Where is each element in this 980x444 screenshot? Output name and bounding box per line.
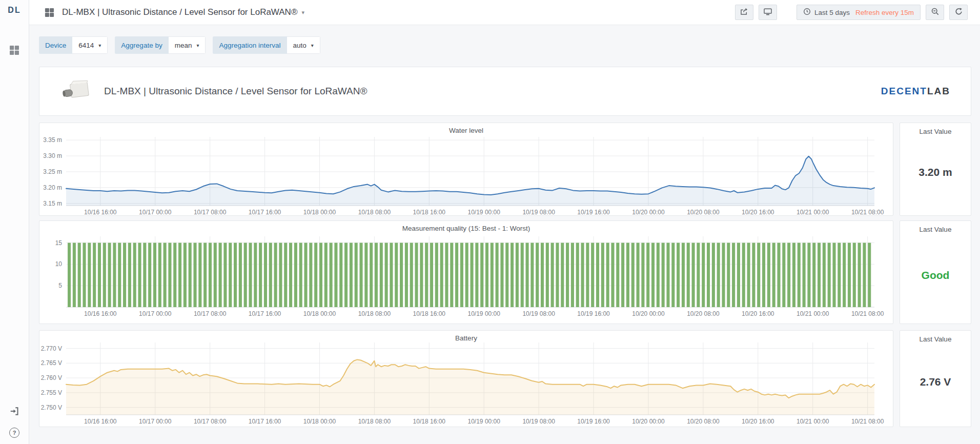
svg-text:10/19 16:00: 10/19 16:00 — [577, 209, 610, 215]
svg-text:10/16 16:00: 10/16 16:00 — [84, 310, 117, 317]
dashboards-grid-icon[interactable] — [9, 45, 20, 56]
sensor-photo — [62, 78, 92, 105]
svg-text:10/21 08:00: 10/21 08:00 — [851, 209, 884, 215]
svg-text:10/19 00:00: 10/19 00:00 — [468, 209, 501, 215]
sidebar: DL ? — [0, 0, 29, 444]
share-button[interactable] — [735, 5, 753, 20]
tv-mode-button[interactable] — [759, 5, 777, 20]
svg-text:10/20 08:00: 10/20 08:00 — [687, 418, 720, 425]
svg-text:10/18 00:00: 10/18 00:00 — [303, 418, 336, 425]
svg-text:10/19 08:00: 10/19 08:00 — [522, 418, 555, 425]
water-level-row: Water level 10/16 16:0010/17 00:0010/17 … — [39, 123, 971, 216]
zoom-out-button[interactable] — [926, 5, 944, 20]
svg-text:10/18 16:00: 10/18 16:00 — [413, 310, 446, 317]
svg-text:10/16 16:00: 10/16 16:00 — [84, 418, 117, 425]
svg-text:3.20 m: 3.20 m — [43, 184, 62, 191]
svg-text:2.755 V: 2.755 V — [41, 389, 62, 396]
quality-chart[interactable]: 10/16 16:0010/17 00:0010/17 08:0010/17 1… — [39, 221, 893, 324]
battery-stat-panel: Last Value 2.76 V — [900, 330, 971, 427]
svg-text:10/17 16:00: 10/17 16:00 — [249, 209, 281, 215]
apps-grid-icon[interactable] — [44, 7, 55, 18]
time-range-button[interactable]: Last 5 days Refresh every 15m — [797, 5, 921, 20]
water-level-panel-title[interactable]: Water level — [39, 127, 893, 134]
dashboard-title[interactable]: DL-MBX | Ultrasonic Distance / Level Sen… — [62, 7, 297, 17]
svg-text:2.750 V: 2.750 V — [41, 404, 62, 411]
device-filter-value[interactable]: 6414 ▾ — [72, 36, 108, 54]
dashboard-variables: Device 6414 ▾ Aggregate by mean ▾ Aggreg… — [39, 36, 320, 54]
refresh-icon — [954, 7, 963, 17]
svg-text:10/17 08:00: 10/17 08:00 — [194, 418, 227, 425]
water-level-chart[interactable]: 10/16 16:0010/17 00:0010/17 08:0010/17 1… — [39, 123, 893, 215]
aggregate-by-filter-value[interactable]: mean ▾ — [169, 36, 206, 54]
quality-stat-panel: Last Value Good — [900, 220, 971, 324]
svg-text:10/18 00:00: 10/18 00:00 — [303, 209, 336, 215]
svg-text:10/20 16:00: 10/20 16:00 — [742, 310, 774, 317]
svg-text:10: 10 — [55, 260, 63, 268]
svg-text:10/20 00:00: 10/20 00:00 — [632, 209, 665, 215]
svg-text:10/20 16:00: 10/20 16:00 — [742, 418, 774, 425]
svg-text:10/20 00:00: 10/20 00:00 — [632, 418, 665, 425]
svg-text:10/18 16:00: 10/18 16:00 — [413, 418, 446, 425]
aggregation-interval-filter-value[interactable]: auto ▾ — [287, 36, 320, 54]
top-navbar: DL-MBX | Ultrasonic Distance / Level Sen… — [29, 0, 980, 25]
aggregation-interval-filter-label: Aggregation interval — [213, 36, 287, 54]
svg-text:10/21 08:00: 10/21 08:00 — [851, 418, 884, 425]
svg-text:10/21 00:00: 10/21 00:00 — [797, 418, 829, 425]
svg-text:10/19 08:00: 10/19 08:00 — [522, 310, 555, 317]
svg-text:3.25 m: 3.25 m — [43, 168, 62, 175]
water-level-stat-panel: Last Value 3.20 m — [900, 123, 971, 216]
svg-text:2.765 V: 2.765 V — [41, 359, 62, 367]
refresh-button[interactable] — [949, 5, 968, 20]
svg-text:10/17 08:00: 10/17 08:00 — [194, 310, 227, 317]
dashboard-content: DL-MBX | Ultrasonic Distance / Level Sen… — [39, 67, 971, 427]
device-banner-title: DL-MBX | Ultrasonic Distance / Level Sen… — [104, 86, 367, 97]
refresh-interval-label: Refresh every 15m — [855, 9, 914, 16]
svg-text:10/19 16:00: 10/19 16:00 — [577, 310, 610, 317]
battery-panel-title[interactable]: Battery — [39, 334, 893, 342]
svg-text:10/18 00:00: 10/18 00:00 — [303, 310, 336, 317]
zoom-out-icon — [931, 7, 940, 17]
svg-text:10/18 08:00: 10/18 08:00 — [358, 209, 391, 215]
svg-text:10/18 08:00: 10/18 08:00 — [358, 418, 391, 425]
svg-text:15: 15 — [55, 239, 63, 247]
device-banner-panel: DL-MBX | Ultrasonic Distance / Level Sen… — [39, 67, 971, 116]
svg-text:10/17 00:00: 10/17 00:00 — [139, 209, 172, 215]
device-filter-label: Device — [39, 36, 72, 54]
svg-text:3.35 m: 3.35 m — [43, 136, 62, 144]
share-icon — [740, 7, 748, 17]
quality-last-value: Good — [900, 233, 971, 324]
svg-text:10/16 16:00: 10/16 16:00 — [84, 209, 117, 215]
svg-text:10/17 08:00: 10/17 08:00 — [194, 209, 227, 215]
device-filter: Device 6414 ▾ — [39, 36, 108, 54]
svg-text:10/20 08:00: 10/20 08:00 — [687, 209, 720, 215]
svg-text:5: 5 — [58, 282, 62, 289]
svg-text:10/21 08:00: 10/21 08:00 — [851, 310, 884, 317]
svg-text:10/21 00:00: 10/21 00:00 — [797, 209, 829, 215]
svg-text:10/17 16:00: 10/17 16:00 — [249, 310, 281, 317]
svg-text:10/17 00:00: 10/17 00:00 — [139, 418, 172, 425]
quality-row: Measurement quality (15: Best - 1: Worst… — [39, 220, 971, 324]
svg-text:10/20 16:00: 10/20 16:00 — [742, 209, 774, 215]
svg-text:10/20 08:00: 10/20 08:00 — [687, 310, 720, 317]
svg-text:10/21 00:00: 10/21 00:00 — [797, 310, 829, 317]
help-icon[interactable]: ? — [9, 428, 19, 438]
sign-in-icon[interactable] — [9, 406, 19, 416]
caret-down-icon[interactable]: ▾ — [301, 9, 304, 16]
quality-panel-title[interactable]: Measurement quality (15: Best - 1: Worst… — [39, 225, 893, 232]
water-level-last-value: 3.20 m — [900, 135, 971, 215]
clock-icon — [803, 8, 811, 17]
stat-title: Last Value — [900, 331, 971, 343]
svg-text:3.30 m: 3.30 m — [43, 152, 62, 159]
svg-text:10/19 16:00: 10/19 16:00 — [577, 418, 610, 425]
svg-text:10/18 16:00: 10/18 16:00 — [413, 209, 446, 215]
svg-text:10/18 08:00: 10/18 08:00 — [358, 310, 391, 317]
battery-row: Battery 10/16 16:0010/17 00:0010/17 08:0… — [39, 330, 971, 427]
svg-text:2.770 V: 2.770 V — [41, 345, 62, 352]
org-logo[interactable]: DL — [8, 6, 21, 15]
stat-title: Last Value — [900, 123, 971, 135]
decentlab-logo: DECENTLAB — [881, 86, 950, 97]
battery-chart[interactable]: 10/16 16:0010/17 00:0010/17 08:0010/17 1… — [39, 331, 893, 427]
caret-down-icon: ▾ — [311, 43, 314, 48]
svg-text:10/19 00:00: 10/19 00:00 — [468, 418, 501, 425]
svg-text:10/17 00:00: 10/17 00:00 — [139, 310, 172, 317]
